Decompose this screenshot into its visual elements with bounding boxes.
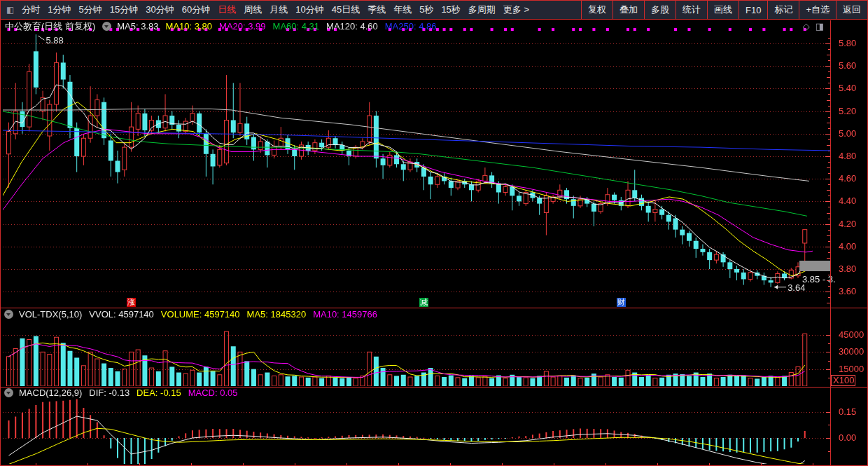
period-tab-30分钟[interactable]: 30分钟 — [146, 4, 174, 16]
tool-menu: 复权叠加多股统计画线F10标记+自选返回 — [581, 1, 867, 19]
period-tab-15秒[interactable]: 15秒 — [441, 4, 460, 16]
diamond-icon[interactable]: ◇ — [803, 21, 810, 32]
tool-button-复权[interactable]: 复权 — [581, 1, 612, 19]
ma-values-group: MA5: 3.83MA10: 3.80MA20: 3.99MA60: 4.31M… — [117, 21, 443, 32]
tool-button-画线[interactable]: 画线 — [707, 1, 738, 19]
period-menu: ◧ 分时1分钟5分钟15分钟30分钟60分钟日线周线月线10分钟45日线季线年线… — [1, 4, 529, 16]
ma-value-MA250: MA250: 4.86 — [385, 21, 437, 32]
period-tab-1分钟[interactable]: 1分钟 — [48, 4, 71, 16]
macd-value-DIF: DIF: -0.13 — [89, 388, 130, 398]
tool-button-返回[interactable]: 返回 — [836, 1, 867, 19]
ma-value-MA120: MA120: 4.60 — [326, 21, 378, 32]
period-tab-月线[interactable]: 月线 — [270, 4, 288, 16]
period-tab-15分钟[interactable]: 15分钟 — [110, 4, 138, 16]
stock-title: 中公教育(日线 前复权) — [5, 20, 95, 33]
tool-button-多股[interactable]: 多股 — [644, 1, 676, 19]
window-half-icon[interactable]: ◧ — [6, 6, 14, 14]
period-tab-5秒[interactable]: 5秒 — [419, 4, 433, 16]
period-tab-45日线[interactable]: 45日线 — [332, 4, 360, 16]
event-badge-减[interactable]: 减 — [419, 298, 428, 307]
period-tab-更多 >[interactable]: 更多 > — [503, 4, 529, 16]
tdx-stock-chart-window: ◧ 分时1分钟5分钟15分钟30分钟60分钟日线周线月线10分钟45日线季线年线… — [0, 0, 868, 466]
period-tab-季线[interactable]: 季线 — [368, 4, 386, 16]
volume-header-row: VOL-TDX(5,10)VVOL: 4597140VOLUME: 459714… — [4, 309, 384, 320]
macd-value-MACD(12,26,9): MACD(12,26,9) — [19, 388, 82, 398]
period-tab-日线[interactable]: 日线 — [218, 4, 236, 16]
vol-value-VOLUME: VOLUME: 4597140 — [161, 309, 240, 320]
ma-value-MA20: MA20: 3.99 — [219, 21, 266, 32]
chevron-down-icon[interactable] — [4, 388, 13, 397]
period-tab-60分钟[interactable]: 60分钟 — [182, 4, 210, 16]
title-corner-icons: ◇ ◨ — [803, 21, 824, 32]
event-badge-财[interactable]: 财 — [617, 298, 626, 307]
vol-value-MA10: MA10: 1459766 — [313, 309, 377, 320]
ma-value-MA60: MA60: 4.31 — [273, 21, 320, 32]
macd-value-MACD: MACD: 0.05 — [188, 388, 238, 398]
ma-value-MA10: MA10: 3.80 — [166, 21, 213, 32]
vol-value-VOL-TDX(5,10): VOL-TDX(5,10) — [19, 309, 82, 320]
period-tab-多周期[interactable]: 多周期 — [468, 4, 496, 16]
vol-value-MA5: MA5: 1845320 — [247, 309, 307, 320]
period-tab-年线[interactable]: 年线 — [393, 4, 412, 16]
event-badge-涨[interactable]: 涨 — [127, 298, 136, 307]
period-tab-10分钟[interactable]: 10分钟 — [295, 4, 323, 16]
macd-header-row: MACD(12,26,9)DIF: -0.13DEA: -0.15MACD: 0… — [4, 388, 245, 398]
top-menu-bar: ◧ 分时1分钟5分钟15分钟30分钟60分钟日线周线月线10分钟45日线季线年线… — [1, 1, 867, 20]
period-tab-分时[interactable]: 分时 — [22, 4, 40, 16]
tool-button-F10[interactable]: F10 — [738, 1, 767, 19]
macd-value-DEA: DEA: -0.15 — [136, 388, 181, 398]
vol-value-VVOL: VVOL: 4597140 — [89, 309, 154, 320]
title-row: 中公教育(日线 前复权) MA5: 3.83MA10: 3.80MA20: 3.… — [5, 20, 443, 32]
volume-values-group: VOL-TDX(5,10)VVOL: 4597140VOLUME: 459714… — [19, 309, 384, 320]
period-tab-5分钟[interactable]: 5分钟 — [79, 4, 102, 16]
period-tab-周线[interactable]: 周线 — [244, 4, 262, 16]
tool-button-标记[interactable]: 标记 — [767, 1, 799, 19]
split-pane-icon[interactable]: ◨ — [816, 21, 824, 32]
tool-button-+自选[interactable]: +自选 — [799, 1, 836, 19]
chevron-down-icon[interactable] — [102, 22, 111, 31]
tool-button-叠加[interactable]: 叠加 — [612, 1, 644, 19]
macd-values-group: MACD(12,26,9)DIF: -0.13DEA: -0.15MACD: 0… — [19, 388, 245, 398]
chevron-down-icon[interactable] — [4, 310, 13, 319]
tool-button-统计[interactable]: 统计 — [676, 1, 707, 19]
ma-value-MA5: MA5: 3.83 — [117, 21, 158, 32]
